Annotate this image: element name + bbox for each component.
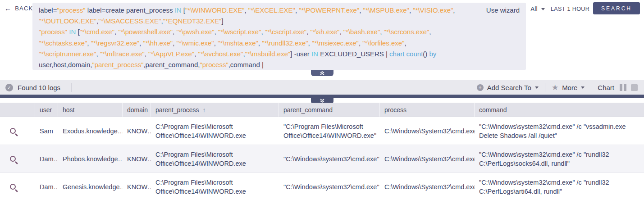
result-count-text: Found 10 logs [18,84,60,91]
cell-domain: KNOW… [123,117,151,145]
cell-parent-process: C:\Program Files\Microsoft Office\Office… [151,117,279,145]
column-header-parent-command[interactable]: parent_command [279,103,380,117]
chevron-down-icon [535,86,539,89]
use-wizard-link[interactable]: Use wizard [486,6,520,14]
cell-parent-command: "C:\Windows\system32\cmd.exe" [279,145,380,173]
cell-user: Dam… [35,145,58,173]
cell-process: C:\Windows\System32\cmd.exe [380,117,475,145]
table-row: SamExodus.knowledge…KNOW…C:\Program File… [0,117,644,145]
star-icon: ★ [552,84,558,91]
table-body: SamExodus.knowledge…KNOW…C:\Program File… [0,117,644,200]
search-button[interactable]: SEARCH [593,2,640,14]
divider [71,83,72,92]
cell-command: "C:\Windows\system32\cmd.exe" /c "vssadm… [475,117,644,145]
cell-parent-process: C:\Program Files\Microsoft Office\Office… [151,145,279,173]
chevron-down-icon [541,8,545,10]
table-row: Dam…Genesis.knowledge…KNOW…C:\Program Fi… [0,173,644,200]
query-text[interactable]: label="process" label=create parent_proc… [39,5,485,70]
time-range-dropdown[interactable]: LAST 1 HOUR [551,6,597,12]
cell-user: Dam… [35,173,58,200]
chart-label: Chart [598,84,614,91]
column-header-host[interactable]: host [58,103,123,117]
cell-parent-command: "C:\Program Files\Microsoft Office\Offic… [279,117,380,145]
separator-bar [0,95,644,98]
table-row: Dam…Phobos.knowledge…KNOW…C:\Program Fil… [0,145,644,173]
back-button[interactable]: ← BACK [5,5,33,12]
column-header-process[interactable]: process [380,103,475,117]
add-search-to-label: Add Search To [487,84,531,91]
column-header-domain[interactable]: domain [123,103,151,117]
cell-user: Sam [35,117,58,145]
row-search-cell [0,117,35,145]
double-chevron-up-icon [319,71,325,75]
column-header-search [0,103,35,117]
column-header-parent-process[interactable]: parent_process ↑ [151,103,279,117]
column-header-command[interactable]: command [475,103,644,117]
collapse-editor-tab[interactable] [311,70,333,76]
scope-selected-value: All [530,5,538,13]
back-arrow-icon: ← [5,5,12,12]
back-label: BACK [15,5,33,12]
cell-domain: KNOW… [123,173,151,200]
divider [545,83,545,92]
cell-host: Exodus.knowledge… [58,117,123,145]
sort-ascending-icon[interactable]: ↑ [203,106,206,114]
chevron-down-icon [581,86,585,89]
bar-chart-view-icon[interactable] [620,84,626,91]
cell-parent-command: "C:\Windows\system32\cmd.exe" [279,173,380,200]
time-range-value: LAST 1 HOUR [551,6,589,12]
cell-parent-process: C:\Program Files\Microsoft Office\Office… [151,173,279,200]
cell-domain: KNOW… [123,145,151,173]
cell-process: C:\Windows\System32\cmd.exe [380,145,475,173]
check-circle-icon: ✓ [5,84,13,91]
log-search-app: ← BACK label="process" label=create pare… [0,0,644,200]
magnifier-icon[interactable] [10,128,16,134]
magnifier-icon[interactable] [10,184,16,190]
add-search-to-button[interactable]: + Add Search To [477,84,539,91]
cell-process: C:\Windows\System32\cmd.exe [380,173,475,200]
divider [591,83,591,92]
scope-dropdown[interactable]: All [530,5,545,13]
row-search-cell [0,173,35,200]
cell-command: "C:\Windows\system32\cmd.exe" /c "rundll… [475,173,644,200]
column-header-user[interactable]: user [35,103,58,117]
cell-host: Genesis.knowledge… [58,173,123,200]
cell-command: "C:\Windows\system32\cmd.exe" /c "rundll… [475,145,644,173]
cell-host: Phobos.knowledge… [58,145,123,173]
row-search-cell [0,145,35,173]
plus-circle-icon: + [477,84,484,91]
more-label: More [562,84,577,91]
table-header: user host domain parent_process ↑ parent… [0,103,644,117]
more-button[interactable]: ★ More [552,84,585,91]
query-editor[interactable]: label="process" label=create parent_proc… [32,3,526,70]
grid-view-icon[interactable] [631,84,638,91]
column-header-label: parent_process [155,106,199,114]
magnifier-icon[interactable] [10,156,16,162]
status-bar: ✓ Found 10 logs + Add Search To ★ More C… [0,80,644,95]
